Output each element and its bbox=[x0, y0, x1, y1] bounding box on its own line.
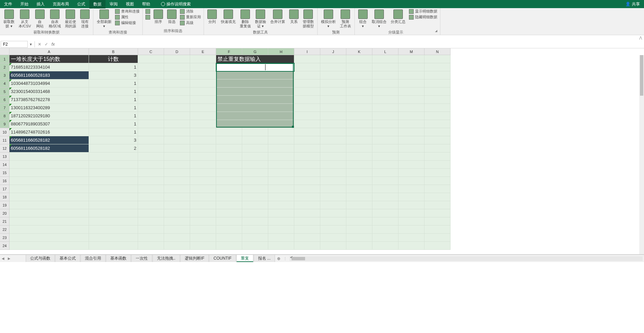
cell-D19[interactable] bbox=[164, 201, 190, 209]
cell-L6[interactable] bbox=[372, 96, 398, 104]
cell-D2[interactable] bbox=[164, 63, 190, 71]
col-header-F[interactable]: F bbox=[216, 48, 242, 55]
cell-C12[interactable] bbox=[138, 144, 164, 152]
sheet-tab-重复[interactable]: 重复 bbox=[236, 255, 253, 262]
cell-M3[interactable] bbox=[398, 71, 424, 79]
row-header-10[interactable]: 10 bbox=[0, 128, 9, 136]
cell-F21[interactable] bbox=[216, 217, 242, 225]
cell-B2[interactable]: 1 bbox=[89, 63, 138, 71]
cell-J14[interactable] bbox=[320, 161, 346, 169]
sort-button[interactable]: 排序 bbox=[152, 9, 164, 25]
cell-H20[interactable] bbox=[268, 209, 294, 217]
cell-D8[interactable] bbox=[164, 112, 190, 120]
cell-J6[interactable] bbox=[320, 96, 346, 104]
col-header-A[interactable]: A bbox=[9, 48, 89, 55]
cell-F4[interactable] bbox=[216, 79, 294, 88]
cell-D4[interactable] bbox=[164, 79, 190, 88]
cell-I6[interactable] bbox=[294, 96, 320, 104]
group-button[interactable]: 组合 ▾ bbox=[357, 9, 369, 29]
sheet-tab-逻辑判断IF[interactable]: 逻辑判断IF bbox=[180, 255, 209, 262]
cell-F16[interactable] bbox=[216, 177, 242, 185]
sheet-tab-基本公式[interactable]: 基本公式 bbox=[55, 255, 80, 262]
cell-F9[interactable] bbox=[216, 120, 294, 128]
cell-C18[interactable] bbox=[138, 193, 164, 201]
cell-J17[interactable] bbox=[320, 185, 346, 193]
cell-K4[interactable] bbox=[346, 79, 372, 88]
cell-K2[interactable] bbox=[346, 63, 372, 71]
cell-C2[interactable] bbox=[138, 63, 164, 71]
cell-E20[interactable] bbox=[190, 209, 216, 217]
cell-D9[interactable] bbox=[164, 120, 190, 128]
cell-M21[interactable] bbox=[398, 217, 424, 225]
cell-D1[interactable] bbox=[164, 55, 190, 63]
cell-N15[interactable] bbox=[424, 169, 451, 177]
cell-L9[interactable] bbox=[372, 120, 398, 128]
cell-B22[interactable] bbox=[89, 225, 138, 234]
cell-B9[interactable]: 1 bbox=[89, 120, 138, 128]
cell-C9[interactable] bbox=[138, 120, 164, 128]
cell-F18[interactable] bbox=[216, 193, 242, 201]
cell-I20[interactable] bbox=[294, 209, 320, 217]
cell-K8[interactable] bbox=[346, 112, 372, 120]
recent-sources-button[interactable]: 最近使 用的源 bbox=[64, 9, 77, 29]
cell-E6[interactable] bbox=[190, 96, 216, 104]
cell-M10[interactable] bbox=[398, 128, 424, 136]
cell-I1[interactable] bbox=[294, 55, 320, 63]
cell-C14[interactable] bbox=[138, 161, 164, 169]
cell-G22[interactable] bbox=[242, 225, 268, 234]
cell-I17[interactable] bbox=[294, 185, 320, 193]
sheet-tab-基本函数[interactable]: 基本函数 bbox=[106, 255, 131, 262]
collapse-ribbon-button[interactable]: ⋀ bbox=[0, 35, 644, 40]
cell-D17[interactable] bbox=[164, 185, 190, 193]
cell-A1[interactable]: 一堆长度大于15的数 bbox=[9, 55, 89, 63]
cell-N13[interactable] bbox=[424, 152, 451, 161]
cell-K1[interactable] bbox=[346, 55, 372, 63]
cell-G11[interactable] bbox=[242, 136, 268, 144]
tab-formulas[interactable]: 公式 bbox=[73, 0, 89, 8]
select-all-button[interactable] bbox=[0, 48, 9, 55]
cell-N12[interactable] bbox=[424, 144, 451, 152]
cell-M9[interactable] bbox=[398, 120, 424, 128]
cell-G14[interactable] bbox=[242, 161, 268, 169]
sort-za-button[interactable] bbox=[145, 15, 151, 20]
outline-launcher[interactable]: ◢ bbox=[435, 29, 438, 35]
cell-K24[interactable] bbox=[346, 242, 372, 250]
existing-connections-button[interactable]: 现有 连接 bbox=[79, 9, 91, 29]
cell-H16[interactable] bbox=[268, 177, 294, 185]
whatif-button[interactable]: 模拟分析 ▾ bbox=[320, 9, 337, 29]
cell-D14[interactable] bbox=[164, 161, 190, 169]
remove-duplicates-button[interactable]: 删除 重复值 bbox=[238, 9, 252, 29]
hscroll-thumb[interactable] bbox=[292, 257, 305, 260]
cell-F10[interactable] bbox=[216, 128, 242, 136]
row-header-18[interactable]: 18 bbox=[0, 193, 9, 201]
cell-K22[interactable] bbox=[346, 225, 372, 234]
cell-I13[interactable] bbox=[294, 152, 320, 161]
cell-I24[interactable] bbox=[294, 242, 320, 250]
col-header-B[interactable]: B bbox=[89, 48, 138, 55]
cell-J13[interactable] bbox=[320, 152, 346, 161]
cell-J22[interactable] bbox=[320, 225, 346, 234]
cell-M11[interactable] bbox=[398, 136, 424, 144]
row-header-3[interactable]: 3 bbox=[0, 71, 9, 79]
cell-B6[interactable]: 1 bbox=[89, 96, 138, 104]
tab-review[interactable]: 审阅 bbox=[106, 0, 122, 8]
cell-K19[interactable] bbox=[346, 201, 372, 209]
cell-F6[interactable] bbox=[216, 96, 294, 104]
cell-M13[interactable] bbox=[398, 152, 424, 161]
cell-A22[interactable] bbox=[9, 225, 89, 234]
queries-connections-button[interactable]: 查询和连接 bbox=[114, 9, 140, 14]
cell-D12[interactable] bbox=[164, 144, 190, 152]
cell-H13[interactable] bbox=[268, 152, 294, 161]
cell-I15[interactable] bbox=[294, 169, 320, 177]
cell-I14[interactable] bbox=[294, 161, 320, 169]
cell-J20[interactable] bbox=[320, 209, 346, 217]
cell-N17[interactable] bbox=[424, 185, 451, 193]
cell-N24[interactable] bbox=[424, 242, 451, 250]
cell-E19[interactable] bbox=[190, 201, 216, 209]
cell-D6[interactable] bbox=[164, 96, 190, 104]
tab-scroll-handle[interactable]: ⋮ bbox=[282, 257, 288, 260]
cell-J19[interactable] bbox=[320, 201, 346, 209]
cell-C3[interactable] bbox=[138, 71, 164, 79]
cell-L16[interactable] bbox=[372, 177, 398, 185]
cell-J9[interactable] bbox=[320, 120, 346, 128]
